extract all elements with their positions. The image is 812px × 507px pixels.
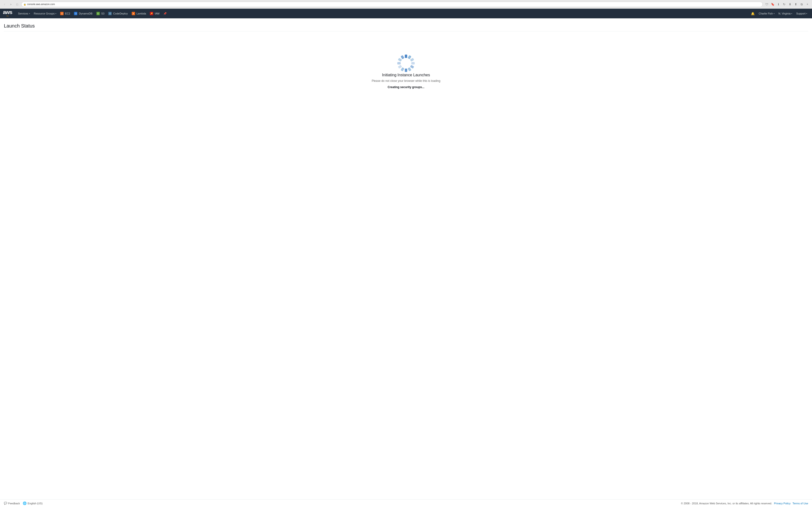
- services-label: Services: [18, 12, 28, 15]
- user-name: Charlie Fish: [759, 12, 773, 15]
- language-button[interactable]: 🌐 English (US): [23, 501, 43, 505]
- aws-navbar: aws 〜 Services ▾ Resource Groups ▾ ⬡ EC2…: [0, 9, 812, 18]
- back-button[interactable]: ‹: [2, 2, 7, 6]
- page-title: Launch Status: [4, 23, 808, 32]
- iam-icon: 🔑: [150, 12, 153, 15]
- loading-title: Initiating Instance Launches: [382, 73, 430, 77]
- svg-rect-1: [408, 55, 412, 59]
- loading-subtitle: Please do not close your browser while t…: [372, 79, 440, 82]
- url-text: console.aws.amazon.com: [27, 3, 55, 6]
- feedback-button[interactable]: 💬 Feedback: [4, 502, 20, 505]
- svg-rect-4: [410, 65, 414, 69]
- shield-icon[interactable]: 🛡: [765, 2, 769, 6]
- resource-groups-menu[interactable]: Resource Groups ▾: [32, 9, 58, 18]
- aws-logo[interactable]: aws 〜: [3, 9, 12, 18]
- terms-of-use-link[interactable]: Terms of Use: [793, 502, 808, 505]
- split-icon[interactable]: ⧉: [800, 2, 804, 6]
- dynamodb-icon: ⬡: [74, 12, 77, 15]
- svg-rect-3: [411, 62, 415, 64]
- iam-nav-item[interactable]: 🔑 IAM: [148, 9, 161, 18]
- ec2-label: EC2: [65, 12, 70, 15]
- resource-groups-chevron: ▾: [55, 12, 56, 15]
- region-chevron: ▾: [791, 12, 792, 15]
- download-icon[interactable]: ⬇: [788, 2, 792, 6]
- pin-icon[interactable]: 📌: [161, 9, 169, 18]
- user-menu[interactable]: Charlie Fish ▾: [757, 9, 776, 18]
- url-bar[interactable]: 🔒 console.aws.amazon.com: [21, 2, 763, 7]
- svg-rect-9: [397, 62, 401, 64]
- svg-rect-7: [401, 67, 405, 71]
- support-menu[interactable]: Support ▾: [794, 9, 809, 18]
- refresh-button[interactable]: ↻: [782, 2, 786, 6]
- lock-icon: 🔒: [23, 3, 26, 6]
- codedeploy-nav-item[interactable]: ⬡ CodeDeploy: [106, 9, 130, 18]
- services-chevron: ▾: [29, 12, 30, 15]
- share-icon[interactable]: ⬆: [794, 2, 798, 6]
- s3-icon: ⬡: [96, 12, 100, 15]
- support-chevron: ▾: [806, 12, 807, 15]
- language-label: English (US): [28, 502, 43, 505]
- svg-rect-0: [405, 55, 407, 58]
- footer-right: © 2008 - 2018, Amazon Web Services, Inc.…: [681, 502, 808, 505]
- loading-area: Initiating Instance Launches Please do n…: [4, 34, 808, 99]
- browser-chrome: ‹ › □ 🔒 console.aws.amazon.com 🛡 🔖 ℹ ↻ ⬇…: [0, 0, 812, 9]
- add-tab-button[interactable]: ＋: [805, 2, 810, 6]
- nav-right: 🔔 Charlie Fish ▾ N. Virginia ▾ Support ▾: [749, 9, 809, 18]
- feedback-icon: 💬: [4, 502, 7, 505]
- loading-status: Creating security groups...: [388, 86, 424, 89]
- dynamodb-label: DynamoDB: [79, 12, 92, 15]
- support-label: Support: [796, 12, 806, 15]
- codedeploy-icon: ⬡: [108, 12, 112, 15]
- dynamodb-nav-item[interactable]: ⬡ DynamoDB: [72, 9, 94, 18]
- ec2-nav-item[interactable]: ⬡ EC2: [58, 9, 72, 18]
- browser-actions: 🛡 🔖 ℹ ↻ ⬇ ⬆ ⧉ ＋: [765, 2, 810, 6]
- tab-button[interactable]: □: [15, 2, 19, 6]
- svg-rect-11: [401, 55, 405, 59]
- svg-rect-2: [410, 58, 414, 62]
- user-chevron: ▾: [773, 12, 774, 15]
- aws-logo-smile: 〜: [6, 14, 9, 18]
- forward-button[interactable]: ›: [9, 2, 13, 6]
- footer: 💬 Feedback 🌐 English (US) © 2008 - 2018,…: [0, 499, 812, 507]
- codedeploy-label: CodeDeploy: [113, 12, 128, 15]
- globe-icon: 🌐: [23, 501, 27, 505]
- resource-groups-label: Resource Groups: [34, 12, 55, 15]
- notifications-button[interactable]: 🔔: [749, 9, 757, 18]
- ec2-icon: ⬡: [60, 12, 63, 15]
- svg-rect-10: [398, 58, 402, 62]
- copyright-text: © 2008 - 2018, Amazon Web Services, Inc.…: [681, 502, 772, 505]
- info-icon[interactable]: ℹ: [776, 2, 780, 6]
- svg-rect-5: [408, 67, 412, 71]
- pin-symbol: 📌: [163, 12, 167, 15]
- main-content: Launch Status Initiating Instan: [0, 18, 812, 499]
- lambda-label: Lambda: [137, 12, 146, 15]
- loading-spinner: [396, 54, 416, 73]
- privacy-policy-link[interactable]: Privacy Policy: [774, 502, 791, 505]
- feedback-label: Feedback: [8, 502, 20, 505]
- bookmark-icon[interactable]: 🔖: [770, 2, 775, 6]
- s3-label: S3: [101, 12, 104, 15]
- services-menu[interactable]: Services ▾: [16, 9, 32, 18]
- lambda-icon: λ: [132, 12, 135, 15]
- svg-rect-8: [398, 65, 402, 69]
- iam-label: IAM: [155, 12, 159, 15]
- s3-nav-item[interactable]: ⬡ S3: [95, 9, 106, 18]
- footer-left: 💬 Feedback 🌐 English (US): [4, 501, 43, 505]
- svg-rect-6: [405, 68, 407, 72]
- region-label: N. Virginia: [778, 12, 791, 15]
- bell-icon: 🔔: [751, 12, 755, 15]
- region-menu[interactable]: N. Virginia ▾: [776, 9, 794, 18]
- lambda-nav-item[interactable]: λ Lambda: [130, 9, 148, 18]
